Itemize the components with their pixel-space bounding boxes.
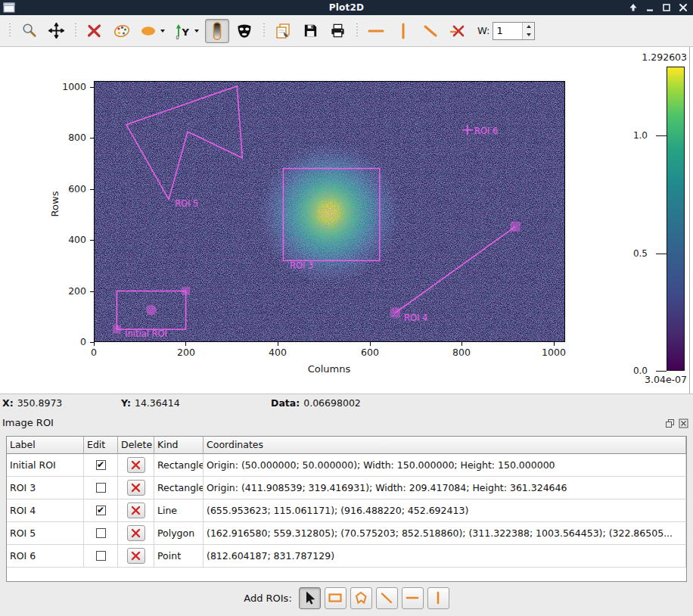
add-rois-toolbar: Add ROIs: bbox=[0, 583, 693, 612]
y-axis-orientation-button[interactable]: 0 Y bbox=[171, 19, 202, 43]
maximize-icon bbox=[662, 3, 671, 12]
horizontal-line-icon bbox=[367, 22, 385, 40]
mask-tools-button[interactable] bbox=[232, 19, 256, 43]
roi-table-header: Label Edit Delete Kind Coordinates bbox=[7, 437, 686, 454]
header-label[interactable]: Label bbox=[7, 437, 84, 454]
header-delete[interactable]: Delete bbox=[118, 437, 154, 454]
horizontal-profile-button[interactable] bbox=[364, 19, 388, 43]
delete-button[interactable] bbox=[127, 525, 145, 541]
add-rectangle-roi-button[interactable] bbox=[325, 587, 346, 609]
zoom-icon bbox=[20, 22, 38, 39]
titlebar[interactable]: Plot2D bbox=[0, 0, 693, 15]
roi6-label: ROI 6 bbox=[474, 126, 498, 136]
polygon-roi-icon bbox=[353, 590, 369, 606]
pointer-mode-button[interactable] bbox=[299, 587, 321, 609]
pan-icon bbox=[48, 22, 65, 39]
header-coordinates[interactable]: Coordinates bbox=[204, 437, 686, 454]
zoom-button[interactable] bbox=[17, 19, 41, 43]
spin-down-button[interactable] bbox=[523, 31, 534, 39]
data-value: 0.06698002 bbox=[303, 397, 361, 409]
colorbar-tick-label: 0.0 bbox=[626, 366, 648, 376]
toolbar-handle[interactable] bbox=[262, 23, 266, 39]
x-tick-label: 400 bbox=[263, 347, 293, 358]
image-canvas[interactable]: Initial ROI ROI 3 ROI 4 ROI 5 ROI 6 bbox=[94, 81, 565, 342]
y-tick-label: 1000 bbox=[56, 81, 86, 93]
copy-icon bbox=[274, 22, 292, 40]
dock-float-button[interactable] bbox=[665, 417, 675, 431]
vertical-profile-button[interactable] bbox=[391, 19, 415, 43]
copy-to-clipboard-button[interactable] bbox=[271, 19, 295, 43]
x-tick-label: 0 bbox=[79, 347, 109, 358]
header-kind[interactable]: Kind bbox=[154, 437, 204, 454]
roi-table-row[interactable]: ROI 6 Point (812.604187; 831.787129) bbox=[7, 545, 686, 568]
svg-text:0: 0 bbox=[176, 35, 179, 40]
header-edit[interactable]: Edit bbox=[84, 437, 118, 454]
add-vertical-line-roi-button[interactable] bbox=[427, 587, 449, 609]
close-button[interactable] bbox=[677, 2, 688, 14]
delete-button[interactable] bbox=[127, 502, 145, 518]
roi3-label: ROI 3 bbox=[290, 260, 313, 271]
dock-close-icon bbox=[679, 418, 688, 428]
pan-button[interactable] bbox=[44, 19, 68, 43]
edit-checkbox[interactable] bbox=[96, 551, 106, 561]
dropdown-arrow-icon bbox=[160, 30, 165, 33]
edit-checkbox[interactable] bbox=[96, 528, 106, 538]
edit-checkbox[interactable]: ✔ bbox=[96, 506, 106, 515]
roi-table-row[interactable]: Initial ROI ✔ Rectangle Origin: (50.0000… bbox=[7, 454, 686, 477]
toolbar-handle[interactable] bbox=[73, 23, 77, 39]
toolbar-handle[interactable] bbox=[355, 23, 359, 39]
delete-button[interactable] bbox=[127, 548, 145, 564]
toolbar-handle[interactable] bbox=[8, 23, 11, 39]
kind-cell: Line bbox=[154, 499, 204, 522]
minimize-button[interactable] bbox=[644, 2, 655, 14]
vertical-line-icon bbox=[394, 22, 412, 40]
spin-up-button[interactable] bbox=[523, 23, 534, 31]
float-icon bbox=[665, 418, 675, 428]
profile-width-label: W: bbox=[477, 25, 489, 36]
maximize-button[interactable] bbox=[660, 2, 672, 14]
main-toolbar: 0 Y bbox=[0, 15, 693, 47]
coordinates-cell: (812.604187; 831.787129) bbox=[204, 545, 686, 568]
roi-table-row[interactable]: ROI 4 ✔ Line (655.953623; 115.061171); (… bbox=[7, 499, 686, 522]
add-horizontal-line-roi-button[interactable] bbox=[402, 587, 424, 609]
profile-width-input[interactable] bbox=[493, 23, 522, 39]
y-axis-up-icon: 0 Y bbox=[174, 22, 192, 40]
add-rois-label: Add ROIs: bbox=[244, 593, 292, 604]
delete-button[interactable] bbox=[127, 457, 145, 473]
y-tick-label: 400 bbox=[56, 234, 86, 246]
free-line-profile-button[interactable] bbox=[418, 19, 443, 43]
roi-label-cell: ROI 5 bbox=[7, 522, 84, 545]
print-button[interactable] bbox=[325, 19, 350, 43]
roi-dock-header[interactable]: Image ROI bbox=[0, 412, 693, 434]
delete-x-icon bbox=[131, 528, 141, 538]
add-line-roi-button[interactable] bbox=[376, 587, 398, 609]
roi-dock-title: Image ROI bbox=[2, 417, 54, 428]
shade-icon bbox=[629, 3, 638, 12]
colormap-button[interactable] bbox=[110, 19, 134, 43]
shade-button[interactable] bbox=[627, 2, 639, 14]
save-icon bbox=[302, 22, 319, 39]
aggregation-mode-button[interactable] bbox=[137, 19, 168, 43]
roi4-handle bbox=[390, 308, 400, 318]
roi-table-row[interactable]: ROI 3 Rectangle Origin: (411.908539; 319… bbox=[7, 477, 686, 499]
colorbar-toggle-button[interactable] bbox=[205, 19, 229, 43]
data-value-label: Data: bbox=[271, 397, 300, 409]
edit-checkbox[interactable]: ✔ bbox=[96, 460, 106, 470]
save-button[interactable] bbox=[298, 19, 322, 43]
edit-checkbox[interactable] bbox=[96, 483, 106, 493]
add-polygon-roi-button[interactable] bbox=[350, 587, 372, 609]
plot-area: Rows Columns 1000 800 600 400 200 0 0 20… bbox=[0, 47, 693, 394]
roi-label-cell: Initial ROI bbox=[7, 454, 84, 477]
delete-x-icon bbox=[131, 506, 141, 515]
initial-roi-center-handle bbox=[146, 305, 157, 316]
colorbar-max-label: 1.292603 bbox=[598, 51, 687, 63]
delete-button[interactable] bbox=[127, 480, 145, 496]
colorbar-gradient[interactable] bbox=[667, 67, 685, 371]
x-tick-label: 200 bbox=[171, 347, 201, 358]
clear-button[interactable] bbox=[82, 19, 107, 43]
roi-table-row[interactable]: ROI 5 Polygon (162.916580; 559.312805); … bbox=[7, 522, 686, 545]
window-title: Plot2D bbox=[0, 2, 693, 13]
coordinates-cell: (162.916580; 559.312805); (70.575203; 85… bbox=[204, 522, 686, 545]
clear-profile-button[interactable] bbox=[446, 19, 470, 43]
dock-close-button[interactable] bbox=[679, 417, 688, 431]
